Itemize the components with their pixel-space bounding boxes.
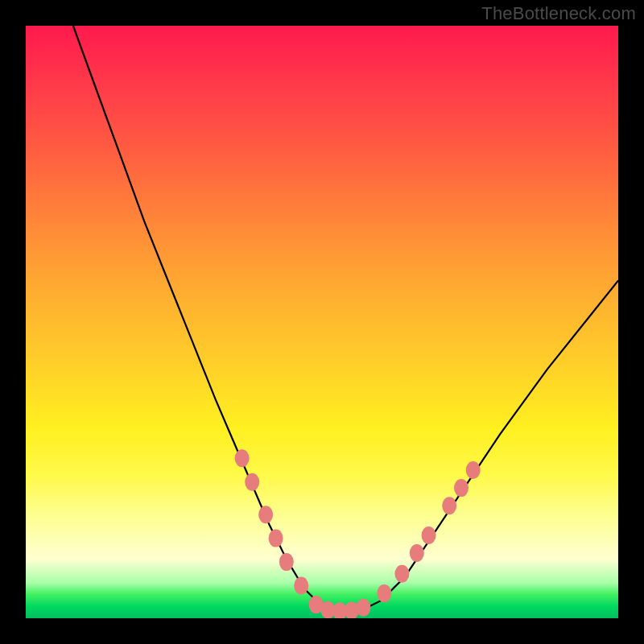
right-dot-2: [394, 565, 409, 583]
left-dot-1: [235, 449, 250, 467]
right-dot-5: [442, 497, 456, 514]
right-dot-3: [410, 544, 424, 562]
chart-svg: [26, 26, 618, 618]
left-dot-5: [279, 553, 294, 571]
left-dot-3: [258, 506, 273, 523]
chart-frame: TheBottleneck.com: [0, 0, 644, 644]
plot-area: [26, 26, 618, 618]
right-dot-1: [377, 584, 391, 602]
left-dot-2: [245, 473, 259, 491]
flat-dot-5: [357, 599, 371, 617]
bottleneck-curve: [73, 26, 618, 613]
right-dot-7: [466, 461, 481, 479]
right-dot-6: [454, 479, 469, 497]
left-dot-4: [269, 530, 283, 547]
left-dot-6: [294, 577, 308, 595]
watermark-text: TheBottleneck.com: [481, 3, 636, 24]
right-dot-4: [422, 526, 436, 544]
marker-group: [235, 449, 481, 618]
